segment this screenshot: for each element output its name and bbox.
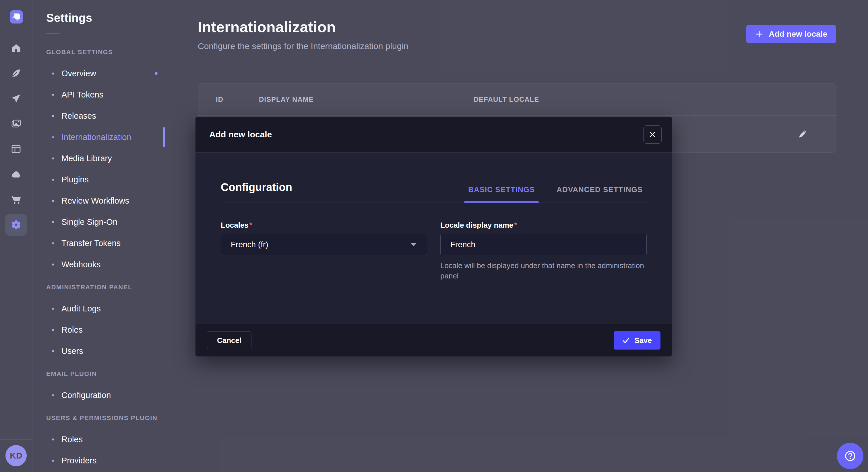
required-asterisk: * (249, 221, 252, 229)
form-fields: Locales* French (fr) Locale display name… (221, 221, 647, 281)
display-name-input[interactable] (440, 234, 647, 255)
chevron-down-icon (410, 242, 417, 247)
configuration-header: Configuration BASIC SETTINGS ADVANCED SE… (221, 153, 647, 202)
modal-title: Add new locale (209, 130, 272, 139)
display-name-label: Locale display name* (440, 221, 647, 230)
locales-select[interactable]: French (fr) (221, 234, 427, 255)
cancel-button[interactable]: Cancel (207, 332, 251, 349)
required-asterisk: * (514, 221, 517, 229)
modal-body: Configuration BASIC SETTINGS ADVANCED SE… (195, 153, 672, 324)
display-name-field: Locale display name* Locale will be disp… (440, 221, 647, 281)
display-name-hint: Locale will be displayed under that name… (440, 260, 647, 281)
add-new-locale-modal: Add new locale Configuration BASIC SETTI… (195, 117, 672, 357)
tab-basic-settings[interactable]: BASIC SETTINGS (464, 185, 539, 202)
check-icon (622, 337, 630, 344)
close-icon (649, 131, 656, 138)
locales-field: Locales* French (fr) (221, 221, 427, 281)
locales-select-value: French (fr) (231, 240, 268, 249)
settings-tabs: BASIC SETTINGS ADVANCED SETTINGS (464, 185, 647, 202)
app: KD Settings GLOBAL SETTINGS Overview API… (0, 0, 868, 472)
tab-advanced-settings[interactable]: ADVANCED SETTINGS (553, 185, 647, 202)
save-button[interactable]: Save (614, 331, 660, 349)
configuration-title: Configuration (221, 181, 292, 194)
modal-footer: Cancel Save (195, 324, 672, 357)
modal-header: Add new locale (195, 117, 672, 153)
locales-label: Locales* (221, 221, 427, 230)
close-modal-button[interactable] (643, 125, 662, 144)
